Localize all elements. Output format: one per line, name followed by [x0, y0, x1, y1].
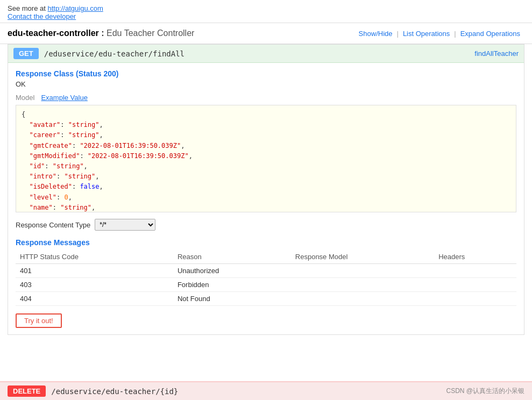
method-badge-delete: DELETE: [8, 385, 46, 397]
table-row: 404 Not Found: [16, 292, 516, 306]
show-hide-link[interactable]: Show/Hide: [354, 30, 397, 38]
controller-separator: :: [99, 28, 107, 38]
try-it-out-button[interactable]: Try it out!: [16, 313, 62, 328]
status-code-404: 404: [16, 292, 173, 306]
top-links: See more at http://atguigu.com Contact t…: [0, 0, 532, 23]
method-badge-get: GET: [13, 48, 39, 59]
response-class-title: Response Class (Status 200): [16, 69, 516, 78]
endpoint-nickname-link[interactable]: findAllTeacher: [474, 49, 519, 58]
controller-name: edu-teacher-controller: [8, 28, 99, 38]
expand-operations-link[interactable]: Expand Operations: [456, 30, 524, 38]
status-code-403: 403: [16, 278, 173, 292]
response-content-type: Response Content Type */* application/js…: [16, 219, 516, 231]
reason-404: Not Found: [173, 292, 291, 306]
bottom-bar-right-text: CSDN @认真生活的小呆银: [446, 387, 524, 396]
response-messages-table: HTTP Status Code Reason Response Model H…: [16, 250, 516, 306]
controller-title: edu-teacher-controller : Edu Teacher Con…: [8, 28, 194, 38]
response-content-type-select[interactable]: */* application/json text/plain: [95, 219, 155, 231]
endpoint-row: GET /eduservice/edu-teacher/findAll find…: [8, 45, 524, 63]
model-tabs: Model Example Value: [16, 94, 516, 102]
main-content: GET /eduservice/edu-teacher/findAll find…: [8, 44, 524, 335]
model-404: [291, 292, 434, 306]
contact-developer-link[interactable]: Contact the developer: [8, 12, 76, 20]
endpoint-path: /eduservice/edu-teacher/findAll: [44, 49, 470, 58]
headers-401: [434, 264, 516, 278]
headers-404: [434, 292, 516, 306]
response-content-type-label: Response Content Type: [16, 221, 90, 229]
bottom-bar: DELETE /eduservice/edu-teacher/{id} CSDN…: [0, 381, 532, 400]
reason-403: Forbidden: [173, 278, 291, 292]
col-headers: Headers: [434, 250, 516, 264]
model-401: [291, 264, 434, 278]
col-reason: Reason: [173, 250, 291, 264]
see-more-text: See more at: [8, 4, 47, 12]
code-block: { "avatar": "string", "career": "string"…: [16, 105, 516, 212]
col-http-status: HTTP Status Code: [16, 250, 173, 264]
delete-endpoint-path: /eduservice/edu-teacher/{id}: [51, 387, 441, 396]
status-code-401: 401: [16, 264, 173, 278]
example-value-tab[interactable]: Example Value: [41, 94, 87, 102]
response-class-status: OK: [16, 80, 516, 88]
table-row: 403 Forbidden: [16, 278, 516, 292]
controller-description: Edu Teacher Controller: [107, 28, 194, 38]
model-label: Model: [16, 94, 34, 102]
controller-header: edu-teacher-controller : Edu Teacher Con…: [0, 23, 532, 44]
endpoint-body: Response Class (Status 200) OK Model Exa…: [8, 63, 524, 334]
headers-403: [434, 278, 516, 292]
table-row: 401 Unauthorized: [16, 264, 516, 278]
reason-401: Unauthorized: [173, 264, 291, 278]
list-operations-link[interactable]: List Operations: [399, 30, 454, 38]
col-response-model: Response Model: [291, 250, 434, 264]
response-messages-title: Response Messages: [16, 238, 516, 247]
see-more-link[interactable]: http://atguigu.com: [47, 4, 103, 12]
model-403: [291, 278, 434, 292]
controller-actions: Show/Hide | List Operations | Expand Ope…: [354, 30, 524, 38]
